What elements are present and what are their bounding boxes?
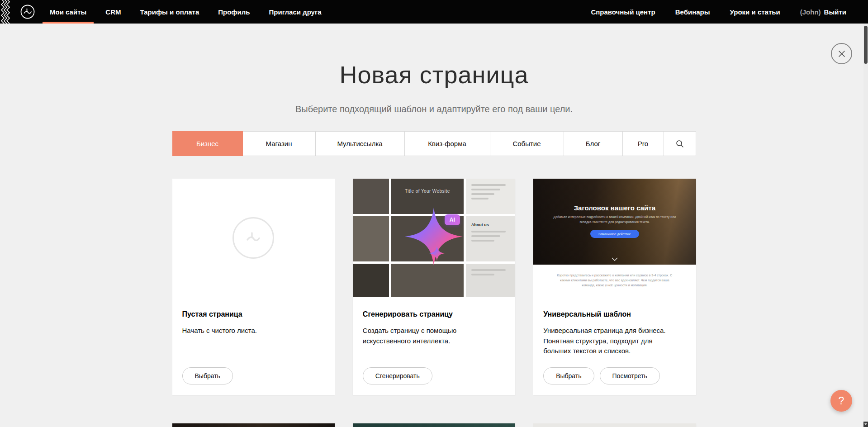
tilda-watermark-icon (232, 217, 274, 259)
collage-about-label: About us (471, 223, 510, 227)
close-button[interactable] (831, 43, 852, 64)
template-card-partial (353, 423, 515, 427)
template-card-partial (533, 423, 696, 427)
collage-tile (353, 179, 389, 214)
card-body: Сгенерировать страницу Создать страницу … (353, 297, 515, 346)
preview-heading: Заголовок вашего сайта (574, 204, 655, 212)
card-actions: Выбрать Посмотреть (543, 367, 660, 384)
preview-text-block: Коротко представьтесь и расскажите о ком… (533, 265, 696, 297)
template-card-partial (172, 423, 335, 427)
tab-pro[interactable]: Pro (623, 131, 664, 156)
close-icon (838, 50, 846, 58)
tilda-logo[interactable] (20, 4, 35, 19)
card-actions: Выбрать (182, 367, 233, 384)
nav-item-tariffs[interactable]: Тарифы и оплата (139, 0, 200, 24)
help-button[interactable]: ? (830, 390, 852, 412)
tab-business[interactable]: Бизнес (172, 131, 243, 156)
main-nav: Мои сайты CRM Тарифы и оплата Профиль Пр… (49, 0, 340, 24)
tab-event[interactable]: Событие (490, 131, 564, 156)
card-body: Пустая страница Начать с чистого листа. (172, 297, 335, 336)
select-button[interactable]: Выбрать (543, 367, 594, 384)
chevron-down-icon (612, 257, 618, 261)
generate-button[interactable]: Сгенерировать (363, 367, 432, 384)
tab-store[interactable]: Магазин (243, 131, 316, 156)
tab-multilink[interactable]: Мультиссылка (316, 131, 405, 156)
zigzag-pattern (0, 0, 10, 24)
nav-item-webinars[interactable]: Вебинары (674, 0, 711, 24)
topbar: Мои сайты CRM Тарифы и оплата Профиль Пр… (0, 0, 868, 24)
secondary-nav: Справочный центр Вебинары Уроки и статьи… (572, 0, 847, 24)
nav-item-profile[interactable]: Профиль (217, 0, 251, 24)
universal-preview: Заголовок вашего сайта Добавьте интересн… (533, 179, 696, 297)
new-page-dialog: Новая страница Выберите подходящий шабло… (172, 0, 696, 427)
template-grid: Пустая страница Начать с чистого листа. … (172, 179, 696, 427)
tab-quiz-form[interactable]: Квиз-форма (405, 131, 490, 156)
preview-cta: Заманчивое действие (590, 230, 639, 238)
select-button[interactable]: Выбрать (182, 367, 233, 384)
logout-label: Выйти (824, 8, 846, 16)
ai-preview: Title of Your Website About us (353, 179, 515, 297)
search-icon (676, 140, 684, 148)
ai-badge: AI (445, 214, 460, 225)
template-category-tabs: Бизнес Магазин Мультиссылка Квиз-форма С… (172, 131, 696, 156)
card-description: Создать страницу с помощью искусственног… (363, 326, 498, 346)
nav-item-help-center[interactable]: Справочный центр (590, 0, 656, 24)
preview-body-text: Коротко представьтесь и расскажите о ком… (557, 273, 672, 288)
collage-tile (353, 264, 389, 297)
card-title: Универсальный шаблон (543, 310, 686, 318)
page-title: Новая страница (172, 61, 696, 89)
template-card-universal: Заголовок вашего сайта Добавьте интересн… (533, 179, 696, 395)
ai-sparkle-small-icon (429, 246, 445, 261)
page-subtitle: Выберите подходящий шаблон и адаптируйте… (172, 104, 696, 114)
card-body: Универсальный шаблон Универсальная стран… (533, 297, 696, 356)
scrollbar-track[interactable] (863, 24, 868, 427)
preview-subtext: Добавьте интересные подробности о вашей … (551, 215, 678, 224)
nav-item-my-sites[interactable]: Мои сайты (49, 0, 87, 24)
card-title: Пустая страница (182, 310, 325, 318)
partial-preview (353, 423, 515, 427)
nav-item-invite-friend[interactable]: Пригласи друга (268, 0, 322, 24)
card-description: Начать с чистого листа. (182, 326, 318, 336)
tab-blog[interactable]: Блог (564, 131, 623, 156)
view-button[interactable]: Посмотреть (600, 367, 660, 384)
nav-item-lessons[interactable]: Уроки и статьи (729, 0, 781, 24)
user-name: (John) (800, 8, 821, 16)
scrollbar-thumb[interactable] (864, 26, 868, 64)
collage-tile (353, 216, 389, 261)
collage-tile (466, 264, 515, 297)
template-card-blank: Пустая страница Начать с чистого листа. … (172, 179, 335, 395)
nav-item-crm[interactable]: CRM (104, 0, 122, 24)
partial-preview (172, 423, 335, 427)
blank-preview (172, 179, 335, 297)
card-description: Универсальная страница для бизнеса. Поня… (543, 326, 679, 356)
collage-tile (466, 179, 515, 214)
collage-tile (391, 264, 464, 297)
partial-preview (533, 423, 696, 427)
scrollbar-down-button[interactable] (863, 422, 868, 427)
user-logout[interactable]: (John) Выйти (799, 0, 847, 24)
tab-search[interactable] (664, 131, 696, 156)
card-actions: Сгенерировать (363, 367, 432, 384)
preview-hero: Заголовок вашего сайта Добавьте интересн… (533, 179, 696, 265)
collage-tile: About us (466, 216, 515, 261)
card-title: Сгенерировать страницу (363, 310, 505, 318)
template-card-ai-generate: Title of Your Website About us (353, 179, 515, 395)
